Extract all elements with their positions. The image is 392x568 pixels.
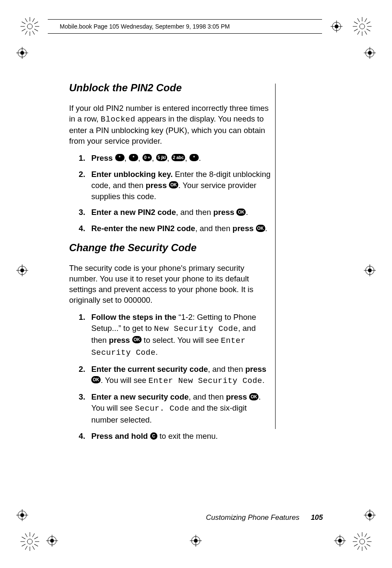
steps-unblock-pin2: 1. Press *, *, 0 +, 5 jkl, 2 abc, *. 2. …: [69, 153, 273, 234]
svg-line-47: [366, 544, 370, 546]
step-1: 1. Press *, *, 0 +, 5 jkl, 2 abc, *.: [69, 153, 273, 164]
key-star-icon: *: [115, 154, 125, 161]
svg-line-8: [34, 29, 38, 31]
step-number: 3.: [69, 207, 91, 218]
registration-mark-icon: [16, 47, 28, 59]
step-tail: .: [199, 154, 201, 162]
svg-line-21: [366, 29, 370, 31]
registration-mark-icon: [364, 47, 376, 59]
footer-section-name: Customizing Phone Features: [206, 513, 299, 522]
svg-line-9: [34, 22, 38, 24]
print-burst-icon: [20, 17, 39, 36]
key-5-icon: 5 jkl: [156, 154, 167, 161]
svg-line-49: [354, 544, 358, 546]
key-0-icon: 0 +: [142, 154, 152, 161]
registration-mark-icon: [190, 535, 202, 547]
svg-line-34: [34, 544, 38, 546]
svg-line-19: [357, 31, 360, 35]
column-rule: [275, 84, 276, 429]
step-text-c: to select. You will see: [142, 336, 221, 345]
svg-line-50: [357, 533, 360, 537]
step-tail: .: [262, 376, 264, 385]
svg-line-48: [366, 537, 370, 539]
registration-mark-icon: [16, 509, 28, 521]
step-4: 4. Re-enter the new PIN2 code, and then …: [69, 223, 273, 234]
step-number: 3.: [69, 391, 91, 426]
registration-mark-icon: [331, 20, 343, 32]
print-burst-icon: [20, 532, 39, 551]
section-title-change-security-code: Change the Security Code: [69, 242, 273, 254]
step-body: Enter the current security code, and the…: [91, 364, 273, 387]
steps-change-security-code: 1. Follow the steps in the “1-2: Getting…: [69, 312, 273, 442]
press-label: press: [213, 208, 237, 217]
svg-line-22: [366, 22, 370, 24]
svg-line-25: [365, 31, 367, 35]
svg-point-0: [27, 24, 32, 29]
step-text-a: , and then: [208, 365, 245, 374]
registration-mark-icon: [16, 264, 28, 276]
svg-line-35: [34, 537, 38, 539]
step-3: 3. Enter a new security code, and then p…: [69, 391, 273, 426]
running-head: Mobile.book Page 105 Wednesday, Septembe…: [48, 19, 322, 34]
step-text-b: . You will see: [101, 376, 148, 385]
key-c-icon: C: [150, 432, 157, 440]
svg-line-38: [32, 546, 35, 550]
svg-line-6: [25, 31, 27, 35]
svg-line-11: [25, 18, 27, 22]
step-lead-bold: Press and hold: [91, 432, 150, 440]
step-tail: .: [265, 224, 267, 233]
step-body: Press and hold C to exit the menu.: [91, 431, 273, 442]
svg-line-18: [365, 18, 367, 22]
press-label: press: [109, 336, 132, 345]
step-body: Enter a new security code, and then pres…: [91, 391, 273, 426]
step-body: Enter a new PIN2 code, and then press OK…: [91, 207, 273, 218]
step-body: Enter unblocking key. Enter the 8-digit …: [91, 169, 273, 202]
svg-point-26: [27, 539, 32, 544]
page-content: Unblock the PIN2 Code If your old PIN2 n…: [69, 82, 273, 449]
svg-line-12: [32, 31, 35, 35]
step-2: 2. Enter the current security code, and …: [69, 364, 273, 387]
svg-line-10: [22, 29, 26, 31]
display-text: New Security Code: [154, 325, 238, 333]
step-text-a: , and then: [176, 208, 213, 217]
section-title-unblock-pin2: Unblock the PIN2 Code: [69, 82, 273, 94]
step-text-a: , and then: [195, 224, 232, 233]
step-lead-bold: Enter unblocking key.: [91, 170, 173, 179]
step-lead: Press: [91, 154, 115, 162]
step-tail: to exit the menu.: [157, 432, 218, 440]
svg-line-44: [365, 533, 367, 537]
display-text-blocked: Blocked: [101, 115, 135, 124]
key-star-icon: *: [189, 154, 199, 161]
svg-line-7: [22, 22, 26, 24]
page-number: 105: [311, 513, 323, 522]
press-label: press: [226, 392, 250, 401]
step-number: 2.: [69, 169, 91, 202]
svg-line-24: [357, 18, 360, 22]
print-burst-icon: [353, 532, 372, 551]
svg-line-36: [22, 544, 26, 546]
step-tail: .: [156, 348, 158, 356]
svg-line-51: [365, 546, 367, 550]
step-text-a: , and then: [189, 392, 226, 401]
step-number: 4.: [69, 223, 91, 234]
registration-mark-icon: [46, 535, 58, 547]
press-label: press: [146, 181, 169, 190]
key-ok-icon: OK: [91, 376, 101, 383]
step-number: 1.: [69, 312, 91, 359]
key-ok-icon: OK: [256, 225, 265, 232]
step-lead-bold: Enter a new PIN2 code: [91, 208, 176, 217]
svg-line-37: [25, 533, 27, 537]
step-3: 3. Enter a new PIN2 code, and then press…: [69, 207, 273, 218]
display-text: Enter New Security Code: [148, 377, 262, 385]
step-body: Re-enter the new PIN2 code, and then pre…: [91, 223, 273, 234]
key-ok-icon: OK: [236, 209, 246, 216]
step-lead-bold: Re-enter the new PIN2 code: [91, 224, 195, 233]
page-footer: Customizing Phone Features 105: [206, 513, 323, 522]
key-star-icon: *: [129, 154, 138, 161]
step-body: Follow the steps in the “1-2: Getting to…: [91, 312, 273, 359]
key-ok-icon: OK: [132, 336, 142, 343]
step-lead-bold: Enter the current security code: [91, 365, 208, 374]
display-text: Secur. Code: [135, 404, 189, 413]
key-ok-icon: OK: [249, 393, 258, 400]
svg-point-13: [360, 24, 365, 29]
